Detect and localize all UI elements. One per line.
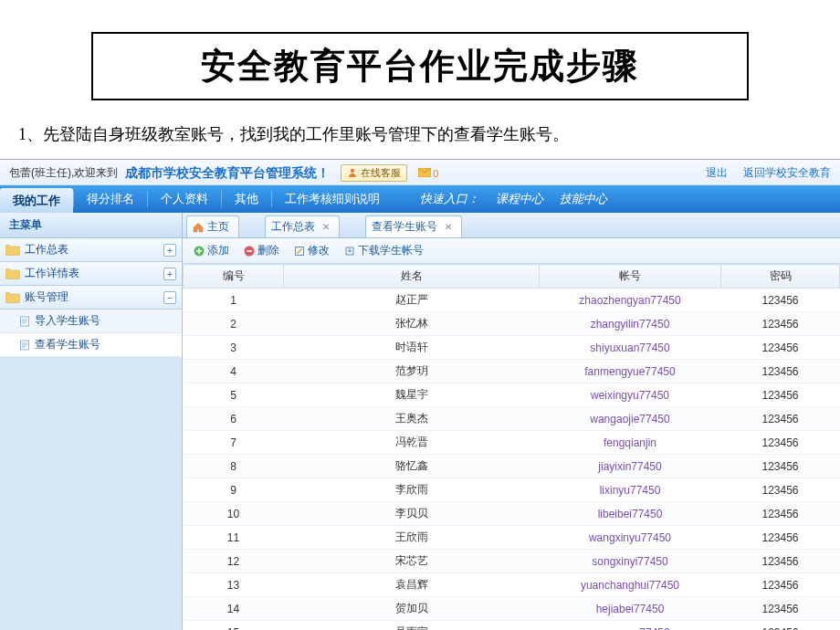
cell-id: 1 bbox=[184, 289, 284, 312]
cell-name: 王欣雨 bbox=[284, 526, 540, 550]
table-row[interactable]: 9李欣雨lixinyu77450123456 bbox=[184, 478, 840, 502]
toolbar: 添加 删除 修改 下载学生帐号 bbox=[183, 238, 840, 264]
sidebar-children: 导入学生账号查看学生账号 bbox=[0, 310, 182, 357]
sidebar-section-label: 账号管理 bbox=[25, 289, 163, 305]
menu-item-4[interactable]: 工作考核细则说明 bbox=[272, 185, 393, 213]
delete-button[interactable]: 删除 bbox=[238, 241, 285, 260]
cell-account: zhaozhengyan77450 bbox=[540, 289, 721, 312]
collapse-icon[interactable]: − bbox=[163, 291, 176, 304]
page-icon bbox=[18, 316, 31, 327]
cell-name: 魏星宇 bbox=[284, 383, 540, 407]
edit-button[interactable]: 修改 bbox=[289, 241, 335, 260]
cs-label: 在线客服 bbox=[361, 166, 401, 180]
system-name: 成都市学校安全教育平台管理系统！ bbox=[125, 165, 330, 182]
expand-icon[interactable]: + bbox=[163, 244, 176, 257]
student-table: 编号姓名帐号密码 1赵正严zhaozhengyan774501234562张忆林… bbox=[183, 264, 840, 630]
sidebar-section-0[interactable]: 工作总表+ bbox=[0, 238, 182, 262]
cell-account: lixinyu77450 bbox=[540, 478, 721, 502]
menu-item-2[interactable]: 个人资料 bbox=[148, 185, 221, 213]
close-icon[interactable]: ✕ bbox=[322, 222, 330, 232]
back-school-link[interactable]: 返回学校安全教育 bbox=[743, 166, 831, 179]
top-right-links: 退出 返回学校安全教育 bbox=[693, 165, 831, 181]
quick-link-0[interactable]: 课程中心 bbox=[496, 191, 543, 207]
app-window: 包蕾(班主任),欢迎来到 成都市学校安全教育平台管理系统！ 在线客服 0 退出 … bbox=[0, 159, 840, 630]
table-header-row: 编号姓名帐号密码 bbox=[184, 265, 840, 289]
edit-icon bbox=[294, 246, 305, 257]
add-button[interactable]: 添加 bbox=[188, 241, 235, 260]
table-row[interactable]: 4范梦玥fanmengyue77450123456 bbox=[184, 360, 840, 383]
cell-id: 2 bbox=[184, 312, 284, 336]
menu-bar: 我的工作得分排名个人资料其他工作考核细则说明快速入口：课程中心技能中心 bbox=[0, 185, 840, 213]
column-header-1[interactable]: 姓名 bbox=[284, 265, 540, 289]
column-header-0[interactable]: 编号 bbox=[184, 265, 284, 289]
table-row[interactable]: 6王奥杰wangaojie77450123456 bbox=[184, 407, 840, 431]
folder-icon bbox=[5, 268, 20, 280]
table-row[interactable]: 14贺加贝hejiabei77450123456 bbox=[184, 597, 840, 621]
tab-label: 主页 bbox=[207, 219, 229, 235]
cell-password: 123456 bbox=[721, 597, 840, 621]
quick-link-1[interactable]: 技能中心 bbox=[560, 191, 607, 207]
cell-name: 李欣雨 bbox=[284, 478, 540, 502]
tab-label: 查看学生账号 bbox=[372, 219, 437, 235]
add-label: 添加 bbox=[207, 243, 229, 258]
cell-account: zhangyilin77450 bbox=[540, 312, 721, 336]
cell-name: 张忆林 bbox=[284, 312, 540, 336]
sidebar-section-2[interactable]: 账号管理− bbox=[0, 286, 182, 310]
cell-name: 骆忆鑫 bbox=[284, 455, 540, 478]
sidebar-section-1[interactable]: 工作详情表+ bbox=[0, 262, 182, 286]
cell-name: 李贝贝 bbox=[284, 502, 540, 526]
download-label: 下载学生帐号 bbox=[358, 243, 424, 258]
tab-2[interactable]: 查看学生账号✕ bbox=[365, 215, 462, 237]
column-header-2[interactable]: 帐号 bbox=[540, 265, 721, 289]
top-info-bar: 包蕾(班主任),欢迎来到 成都市学校安全教育平台管理系统！ 在线客服 0 退出 … bbox=[0, 160, 840, 185]
cell-password: 123456 bbox=[721, 336, 840, 360]
menu-item-0[interactable]: 我的工作 bbox=[0, 188, 73, 213]
download-icon bbox=[344, 246, 355, 257]
quick-label: 快速入口： bbox=[420, 191, 479, 207]
table-row[interactable]: 8骆忆鑫jiayixin77450123456 bbox=[184, 455, 840, 478]
cell-password: 123456 bbox=[721, 573, 840, 597]
table-row[interactable]: 15吴雨宣wuyuxuan77450123456 bbox=[184, 621, 840, 631]
cell-id: 7 bbox=[184, 431, 284, 455]
cell-password: 123456 bbox=[721, 502, 840, 526]
cell-password: 123456 bbox=[721, 360, 840, 383]
home-icon bbox=[193, 222, 204, 233]
logout-link[interactable]: 退出 bbox=[706, 166, 728, 179]
cell-account: shiyuxuan77450 bbox=[540, 336, 721, 360]
menu-item-1[interactable]: 得分排名 bbox=[74, 185, 147, 213]
folder-icon bbox=[5, 291, 20, 304]
sidebar-child-2-0[interactable]: 导入学生账号 bbox=[0, 310, 182, 333]
customer-service-button[interactable]: 在线客服 bbox=[341, 164, 407, 182]
mail-indicator[interactable]: 0 bbox=[418, 168, 438, 179]
table-row[interactable]: 7冯乾晋fengqianjin123456 bbox=[184, 431, 840, 455]
cell-password: 123456 bbox=[721, 431, 840, 455]
table-row[interactable]: 13袁昌辉yuanchanghui77450123456 bbox=[184, 573, 840, 597]
expand-icon[interactable]: + bbox=[163, 268, 176, 280]
table-row[interactable]: 2张忆林zhangyilin77450123456 bbox=[184, 312, 840, 336]
cell-password: 123456 bbox=[721, 526, 840, 550]
download-button[interactable]: 下载学生帐号 bbox=[339, 241, 429, 260]
table-row[interactable]: 12宋芯艺songxinyi77450123456 bbox=[184, 550, 840, 573]
page-icon bbox=[18, 340, 31, 351]
tab-1[interactable]: 工作总表✕ bbox=[265, 215, 340, 237]
cell-account: songxinyi77450 bbox=[540, 550, 721, 573]
cell-id: 10 bbox=[184, 502, 284, 526]
add-icon bbox=[194, 246, 205, 257]
table-row[interactable]: 5魏星宇weixingyu77450123456 bbox=[184, 383, 840, 407]
close-icon[interactable]: ✕ bbox=[445, 222, 452, 232]
table-row[interactable]: 1赵正严zhaozhengyan77450123456 bbox=[184, 289, 840, 312]
cell-password: 123456 bbox=[721, 383, 840, 407]
sidebar-child-2-1[interactable]: 查看学生账号 bbox=[0, 333, 182, 357]
table-row[interactable]: 3时语轩shiyuxuan77450123456 bbox=[184, 336, 840, 360]
table-row[interactable]: 11王欣雨wangxinyu77450123456 bbox=[184, 526, 840, 550]
cell-id: 12 bbox=[184, 550, 284, 573]
sidebar-section-label: 工作详情表 bbox=[25, 266, 163, 281]
cell-password: 123456 bbox=[721, 550, 840, 573]
cell-name: 赵正严 bbox=[284, 289, 540, 312]
menu-item-3[interactable]: 其他 bbox=[222, 185, 271, 213]
tab-0[interactable]: 主页 bbox=[186, 215, 239, 237]
cell-account: wangxinyu77450 bbox=[540, 526, 721, 550]
table-row[interactable]: 10李贝贝libeibei77450123456 bbox=[184, 502, 840, 526]
column-header-3[interactable]: 密码 bbox=[721, 265, 840, 289]
welcome-text: 包蕾(班主任),欢迎来到 bbox=[9, 165, 118, 181]
